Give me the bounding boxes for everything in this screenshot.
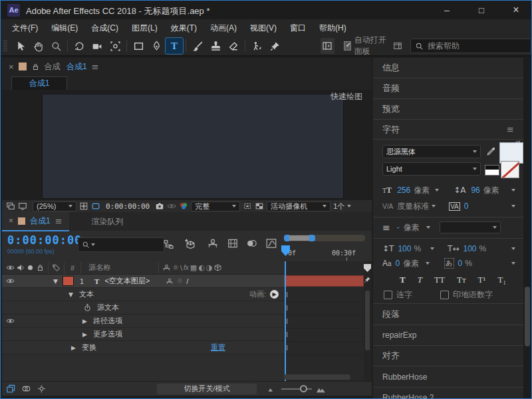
zoom-tool[interactable] [47, 38, 65, 54]
prop-source-text[interactable]: 源文本 [2, 301, 284, 315]
paragraph-panel-header[interactable]: 段落 [373, 304, 523, 325]
stroke-width-value[interactable]: - [397, 223, 400, 232]
comp-mini-flowchart-icon[interactable] [163, 239, 174, 250]
lock-column-icon[interactable] [36, 263, 45, 272]
workspace-icon[interactable] [321, 38, 334, 54]
faux-italic-toggle[interactable]: T [418, 275, 422, 285]
in-out-stretch-icon[interactable] [37, 384, 47, 394]
rotate-tool[interactable] [70, 38, 88, 54]
kerning-value[interactable]: 度量标准 [397, 201, 429, 212]
channels-icon[interactable] [179, 201, 188, 211]
roi-icon[interactable] [243, 201, 252, 211]
character-panel-menu-icon[interactable]: ≡ [507, 124, 514, 134]
horizontal-scale-value[interactable]: 100 [463, 244, 476, 253]
prop-group-text[interactable]: ▼ 文本 动画: ▶ [2, 288, 284, 301]
ligatures-checkbox[interactable] [384, 291, 392, 299]
baseline-shift-caret[interactable] [426, 262, 430, 265]
vertical-scale-value[interactable]: 100 [398, 244, 411, 253]
playhead-line[interactable] [285, 261, 286, 381]
path-twirl-icon[interactable]: ▶ [82, 318, 87, 325]
menu-layer[interactable]: 图层(L) [126, 21, 164, 36]
rubberhose-panel-header[interactable]: RubberHose [373, 366, 523, 388]
navigator-start-handle[interactable] [284, 235, 289, 241]
comp-viewer-tab[interactable]: 合成1 [11, 76, 67, 90]
align-panel-header[interactable]: 对齐 [373, 346, 523, 366]
layer-quality-switch[interactable]: / [186, 277, 188, 285]
current-timecode[interactable]: 0:00:00:00 [7, 233, 82, 247]
horizontal-scrollbar[interactable] [284, 374, 350, 380]
character-panel-header[interactable]: 字符 ≡ [373, 120, 523, 140]
more-twirl-icon[interactable]: ▶ [82, 331, 87, 338]
superscript-toggle[interactable]: T¹ [478, 275, 486, 285]
font-size-value[interactable]: 256 [397, 186, 410, 195]
layer-shy-switch[interactable] [166, 277, 174, 285]
layer-visibility-eye-icon[interactable] [6, 277, 15, 285]
mask-visibility-icon[interactable] [91, 201, 100, 211]
tab-close-icon[interactable]: × [9, 216, 13, 225]
label-column-icon[interactable] [52, 263, 61, 272]
time-ruler[interactable]: 0f 00:30f [284, 244, 365, 262]
prop-path-options[interactable]: ▶ 路径选项 [2, 315, 284, 328]
clone-stamp-tool[interactable] [207, 38, 224, 54]
text-twirl-icon[interactable]: ▼ [68, 291, 73, 298]
layer-twirl-icon[interactable]: ▼ [53, 278, 58, 285]
selection-tool[interactable] [11, 38, 29, 54]
render-queue-tab[interactable]: 渲染队列 [92, 216, 124, 227]
menu-effect[interactable]: 效果(T) [165, 21, 203, 36]
layer-collapse-switch[interactable]: ☼ [176, 277, 183, 285]
brush-tool[interactable] [189, 38, 206, 54]
menu-composition[interactable]: 合成(C) [85, 21, 124, 36]
menu-file[interactable]: 文件(F) [6, 21, 44, 36]
primary-viewer-icon[interactable] [18, 201, 27, 211]
comp-viewer-area[interactable]: 快速绘图 [2, 90, 372, 200]
zoom-in-mountain-icon[interactable] [316, 384, 326, 394]
preview-panel-header[interactable]: 预览 [373, 99, 523, 120]
source-name-column-header[interactable]: 源名称 [84, 263, 114, 273]
stroke-width-caret[interactable] [426, 226, 430, 229]
stopwatch-icon[interactable] [83, 303, 92, 312]
panel-menu-icon[interactable]: ≡ [92, 62, 99, 72]
time-navigator[interactable] [284, 235, 365, 241]
toggle-switches-modes-button[interactable]: 切换开关/模式 [157, 384, 257, 394]
prop-more-options[interactable]: ▶ 更多选项 [2, 328, 284, 341]
right-scrollbar-thumb[interactable] [525, 287, 530, 346]
leading-caret[interactable] [511, 189, 515, 192]
tracking-value[interactable]: 0 [464, 201, 469, 211]
search-help-input[interactable]: 搜索帮助 [410, 39, 531, 53]
magnification-select[interactable]: (25%) [33, 201, 76, 211]
timeline-tab-comp1[interactable]: × 合成1 ≡ [2, 211, 69, 231]
shape-tool[interactable] [130, 38, 147, 54]
menu-edit[interactable]: 编辑(E) [45, 21, 84, 36]
all-caps-toggle[interactable]: TT [434, 275, 445, 285]
roto-brush-tool[interactable] [248, 38, 265, 54]
pen-tool[interactable] [148, 38, 165, 54]
navigator-end-handle[interactable] [309, 235, 315, 241]
font-size-caret[interactable] [435, 189, 439, 192]
right-scrollbar-track[interactable] [524, 58, 531, 398]
graph-editor-icon[interactable] [265, 237, 277, 249]
tsume-value[interactable]: 0 [458, 259, 463, 268]
zoom-slider-knob[interactable] [300, 385, 307, 392]
track-area[interactable]: I I I I I [284, 261, 364, 381]
viewer-timecode[interactable]: 0:00:00:00 [106, 202, 150, 211]
layer-duration-bar[interactable] [284, 275, 364, 287]
animate-menu-icon[interactable]: ▶ [270, 290, 279, 299]
comp-button-icon[interactable] [364, 276, 371, 283]
audio-column-icon[interactable] [16, 263, 25, 272]
eraser-tool[interactable] [225, 38, 242, 54]
pan-behind-tool[interactable] [106, 38, 124, 54]
threed-switch-icon[interactable] [213, 263, 222, 272]
small-caps-toggle[interactable]: Tᴛ [457, 275, 466, 285]
stroke-color-swatch[interactable] [501, 161, 519, 178]
camera-view-select[interactable]: 活动摄像机 [267, 201, 331, 211]
index-column-header[interactable]: # [68, 264, 77, 272]
grid-guides-icon[interactable] [79, 201, 88, 211]
baseline-shift-value[interactable]: 0 [396, 259, 400, 268]
timeline-zoom-slider[interactable] [281, 388, 312, 390]
layer-row-1[interactable]: ▼ 1 T <空文本图层> ☼ / [2, 275, 284, 288]
minimize-button[interactable]: – [432, 1, 462, 19]
frame-blend-switch-icon[interactable]: ▦ [190, 263, 197, 272]
quality-switch-icon[interactable]: \ [180, 264, 182, 272]
menu-help[interactable]: 帮助(H) [313, 21, 352, 36]
prop-eye-icon[interactable] [6, 317, 15, 325]
